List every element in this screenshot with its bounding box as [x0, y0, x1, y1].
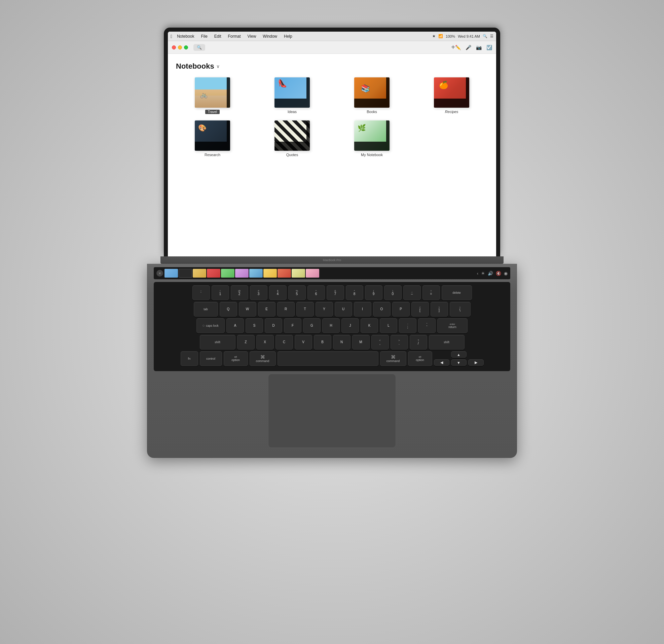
tb-volume-icon[interactable]: 🔊	[488, 271, 493, 276]
key-a[interactable]: A	[226, 318, 244, 333]
key-equals[interactable]: + =	[422, 285, 440, 300]
trackpad[interactable]	[268, 374, 396, 448]
key-g[interactable]: G	[303, 318, 320, 333]
key-shift-left[interactable]: shift	[200, 335, 235, 349]
thumb-3[interactable]	[193, 269, 206, 278]
key-arrow-down[interactable]: ▼	[451, 359, 466, 366]
key-shift-right[interactable]: shift	[429, 335, 464, 349]
key-caps-lock[interactable]: caps lock	[196, 318, 225, 333]
key-0[interactable]: ) 0	[384, 285, 402, 300]
key-control[interactable]: control	[200, 351, 222, 366]
key-slash[interactable]: ? /	[410, 335, 427, 349]
key-minus[interactable]: _ –	[403, 285, 421, 300]
key-x[interactable]: X	[256, 335, 274, 349]
checkbox-icon[interactable]: ☑️	[486, 45, 492, 50]
key-h[interactable]: H	[322, 318, 340, 333]
key-s[interactable]: S	[246, 318, 263, 333]
key-quote[interactable]: " '	[418, 318, 436, 333]
key-semicolon[interactable]: : ;	[399, 318, 416, 333]
key-2[interactable]: @ 2	[231, 285, 248, 300]
key-arrow-right[interactable]: ▶	[468, 359, 484, 366]
key-q[interactable]: Q	[220, 302, 237, 317]
key-fn[interactable]: fn	[181, 351, 198, 366]
tb-brightness-icon[interactable]: ☀	[481, 271, 485, 276]
key-return[interactable]: enter return	[437, 318, 468, 333]
key-period[interactable]: > .	[391, 335, 408, 349]
fullscreen-button[interactable]	[184, 45, 188, 49]
key-i[interactable]: I	[354, 302, 371, 317]
close-button[interactable]	[172, 45, 176, 49]
key-d[interactable]: D	[265, 318, 282, 333]
menu-format[interactable]: Format	[227, 33, 242, 39]
menu-notebook[interactable]: Notebook	[175, 33, 195, 39]
notebook-travel[interactable]: 🚲 Travel	[176, 77, 249, 114]
key-tab[interactable]: tab	[194, 302, 218, 317]
search-icon[interactable]: 🔍	[483, 34, 487, 38]
thumb-11[interactable]	[306, 269, 319, 278]
notebook-books[interactable]: 📚 Books	[335, 77, 408, 114]
thumb-9[interactable]	[277, 269, 291, 278]
key-f[interactable]: F	[284, 318, 302, 333]
notebooks-dropdown-arrow[interactable]: ∨	[216, 64, 220, 69]
tb-mute-icon[interactable]: 🔇	[496, 271, 501, 276]
key-alt-right[interactable]: alt option	[408, 351, 432, 366]
thumb-2[interactable]	[179, 269, 192, 278]
key-z[interactable]: Z	[237, 335, 255, 349]
camera-icon[interactable]: 📷	[476, 45, 482, 50]
key-space[interactable]	[277, 351, 378, 366]
key-w[interactable]: W	[239, 302, 256, 317]
key-arrow-left[interactable]: ◀	[434, 359, 450, 366]
key-7[interactable]: & 7	[327, 285, 344, 300]
key-n[interactable]: N	[333, 335, 351, 349]
key-c[interactable]: C	[275, 335, 293, 349]
apple-logo-icon[interactable]: 	[170, 34, 172, 39]
search-box[interactable]: 🔍	[193, 44, 205, 51]
key-comma[interactable]: < ,	[371, 335, 389, 349]
thumb-1[interactable]	[165, 269, 178, 278]
touch-bar[interactable]: ✕ ‹ ☀ 🔊 🔇 ◉	[154, 267, 510, 279]
key-1[interactable]: ! 1	[212, 285, 229, 300]
key-p[interactable]: P	[392, 302, 410, 317]
key-9[interactable]: ( 9	[365, 285, 382, 300]
key-3[interactable]: # 3	[250, 285, 267, 300]
edit-icon[interactable]: ✏️	[455, 45, 461, 50]
touchbar-thumbnails[interactable]	[165, 269, 474, 278]
key-command-right[interactable]: ⌘ command	[380, 351, 406, 366]
menu-file[interactable]: File	[200, 33, 209, 39]
key-backslash[interactable]: | \	[450, 302, 471, 317]
notebook-research[interactable]: 🎨 Research	[176, 120, 249, 157]
microphone-icon[interactable]: 🎤	[465, 45, 471, 50]
thumb-8[interactable]	[263, 269, 277, 278]
thumb-5[interactable]	[221, 269, 234, 278]
menu-help[interactable]: Help	[283, 33, 294, 39]
key-u[interactable]: U	[335, 302, 352, 317]
key-b[interactable]: B	[314, 335, 331, 349]
key-t[interactable]: T	[296, 302, 314, 317]
add-button[interactable]: +	[451, 43, 455, 51]
key-y[interactable]: Y	[315, 302, 333, 317]
thumb-6[interactable]	[235, 269, 249, 278]
menu-edit[interactable]: Edit	[213, 33, 223, 39]
key-l[interactable]: L	[380, 318, 397, 333]
key-6[interactable]: ^ 6	[308, 285, 325, 300]
tb-siri-icon[interactable]: ◉	[504, 271, 507, 276]
key-4[interactable]: $ 4	[269, 285, 287, 300]
key-alt-left[interactable]: alt option	[224, 351, 248, 366]
thumb-10[interactable]	[292, 269, 305, 278]
key-bracket-left[interactable]: { [	[411, 302, 429, 317]
key-r[interactable]: R	[277, 302, 295, 317]
notebook-mynotebook[interactable]: 🌿 My Notebook	[335, 120, 408, 157]
key-j[interactable]: J	[341, 318, 359, 333]
tb-arrow-left[interactable]: ‹	[477, 271, 478, 276]
key-e[interactable]: E	[258, 302, 275, 317]
key-8[interactable]: * 8	[346, 285, 363, 300]
thumb-4[interactable]	[207, 269, 220, 278]
key-command-left[interactable]: ⌘ command	[250, 351, 276, 366]
key-delete[interactable]: delete	[442, 285, 472, 300]
key-5[interactable]: % 5	[288, 285, 306, 300]
key-v[interactable]: V	[295, 335, 312, 349]
key-o[interactable]: O	[373, 302, 391, 317]
touchbar-close[interactable]: ✕	[157, 270, 163, 277]
notebook-recipes[interactable]: 🍊 Recipes	[415, 77, 488, 114]
menu-window[interactable]: Window	[261, 33, 278, 39]
